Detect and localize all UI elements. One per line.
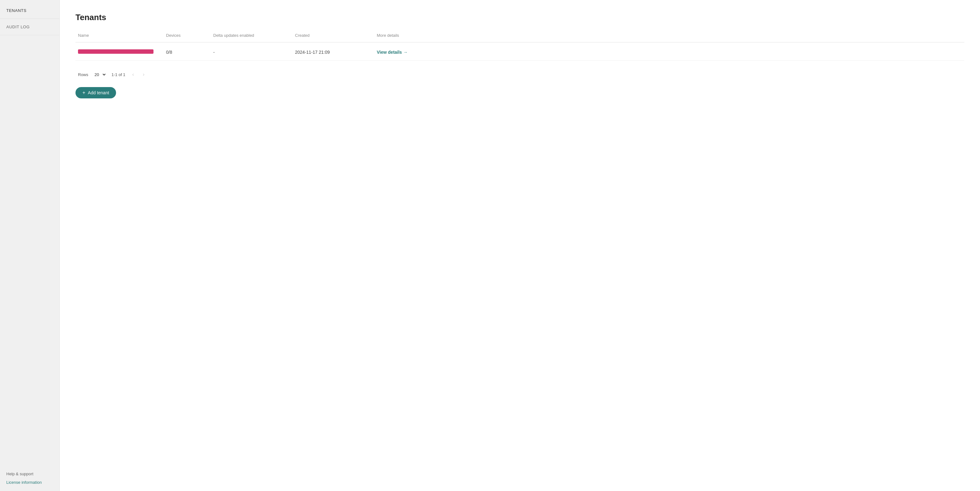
add-tenant-button[interactable]: + Add tenant — [75, 87, 116, 99]
rows-label: Rows — [78, 72, 88, 77]
cell-created: 2024-11-17 21:09 — [293, 48, 374, 56]
sidebar-footer: Help & support License information — [0, 465, 59, 491]
pagination-prev-button[interactable]: ‹ — [130, 71, 136, 78]
col-header-delta-updates: Delta updates enabled — [211, 32, 293, 39]
sidebar-item-audit-log[interactable]: AUDIT LOG — [0, 19, 59, 35]
rows-select-input[interactable]: 20 50 100 — [94, 72, 107, 77]
sidebar-item-tenants[interactable]: TENANTS — [0, 3, 59, 19]
cell-name — [75, 48, 164, 56]
cell-delta-updates: - — [211, 48, 293, 56]
page-title: Tenants — [75, 13, 964, 22]
license-information-link[interactable]: License information — [6, 480, 53, 485]
tenants-table: Name Devices Delta updates enabled Creat… — [75, 32, 964, 61]
cell-more-details: View details → — [374, 48, 964, 56]
sidebar: TENANTS AUDIT LOG Help & support License… — [0, 0, 60, 491]
plus-icon: + — [83, 90, 85, 95]
table-header: Name Devices Delta updates enabled Creat… — [75, 32, 964, 43]
main-content: Tenants Name Devices Delta updates enabl… — [60, 0, 980, 491]
cell-devices: 0/8 — [164, 48, 211, 56]
page-info: 1-1 of 1 — [111, 72, 126, 77]
col-header-created: Created — [293, 32, 374, 39]
col-header-more-details: More details — [374, 32, 964, 39]
help-support-link[interactable]: Help & support — [6, 472, 53, 476]
add-tenant-label: Add tenant — [88, 90, 109, 95]
view-details-link[interactable]: View details → — [377, 50, 962, 55]
table-row: 0/8 - 2024-11-17 21:09 View details → — [75, 44, 964, 61]
tenant-name-redacted — [78, 49, 153, 54]
pagination-bar: Rows 20 50 100 1-1 of 1 ‹ › — [75, 68, 964, 81]
col-header-name: Name — [75, 32, 164, 39]
col-header-devices: Devices — [164, 32, 211, 39]
pagination-next-button[interactable]: › — [141, 71, 146, 78]
sidebar-nav: TENANTS AUDIT LOG — [0, 0, 59, 465]
rows-per-page-select[interactable]: 20 50 100 — [94, 72, 107, 77]
